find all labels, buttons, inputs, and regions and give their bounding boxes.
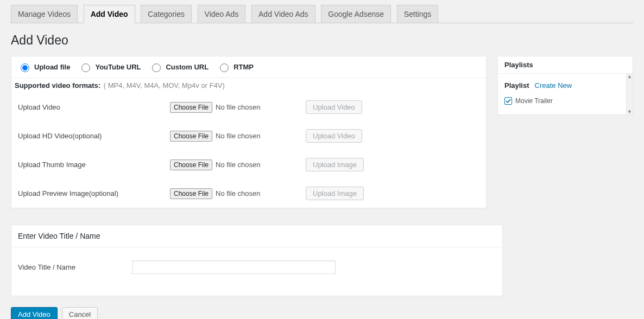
cancel-button[interactable]: Cancel [62, 307, 98, 319]
file-status-thumb: No file chosen [216, 161, 260, 169]
scroll-down-icon[interactable]: ▼ [627, 109, 632, 114]
upload-hd-video-label: Upload HD Video(optional) [18, 132, 170, 140]
page-title: Add Video [11, 33, 633, 48]
upload-thumb-button[interactable]: Upload Image [306, 158, 364, 171]
playlist-create-line: Playlist Create New [504, 81, 626, 90]
radio-rtmp-label: RTMP [233, 63, 254, 71]
playlist-item[interactable]: Movie Trailer [504, 97, 626, 105]
title-panel: Enter Video Title / Name Video Title / N… [11, 225, 503, 296]
title-panel-header: Enter Video Title / Name [11, 225, 502, 247]
choose-file-preview[interactable]: Choose File [170, 188, 212, 199]
radio-upload-file-input[interactable] [21, 63, 29, 72]
playlists-scrollbar[interactable]: ▲ ▼ [626, 74, 633, 114]
tab-add-video[interactable]: Add Video [84, 5, 135, 23]
upload-preview-button[interactable]: Upload Image [306, 187, 364, 200]
choose-file-video[interactable]: Choose File [170, 102, 212, 113]
playlist-item-label: Movie Trailer [515, 97, 553, 105]
radio-youtube-url[interactable]: YouTube URL [79, 62, 141, 72]
radio-custom-url-label: Custom URL [166, 63, 209, 71]
video-title-input[interactable] [132, 260, 336, 274]
supported-formats-lead: Supported video formats: [15, 81, 100, 90]
tab-video-ads[interactable]: Video Ads [198, 5, 246, 23]
radio-upload-file[interactable]: Upload file [18, 62, 70, 72]
add-video-button[interactable]: Add Video [11, 307, 58, 319]
tab-categories[interactable]: Categories [141, 5, 192, 23]
choose-file-hd-video[interactable]: Choose File [170, 131, 212, 142]
playlists-panel: Playlists Playlist Create New Movie Trai… [497, 56, 633, 115]
tab-google-adsense[interactable]: Google Adsense [321, 5, 391, 23]
radio-youtube-url-input[interactable] [81, 63, 90, 72]
upload-hd-video-button[interactable]: Upload Video [306, 129, 362, 143]
upload-preview-label: Upload Preview Image(optional) [18, 189, 170, 197]
upload-row-thumb: Upload Thumb Image Choose File No file c… [11, 150, 486, 179]
nav-tabs: Manage Videos Add Video Categories Video… [11, 0, 633, 23]
tab-settings[interactable]: Settings [397, 5, 439, 23]
upload-row-video: Upload Video Choose File No file chosen … [11, 93, 486, 122]
upload-panel: Upload file YouTube URL Custom URL RTMP [11, 56, 487, 208]
upload-video-label: Upload Video [18, 103, 170, 111]
radio-custom-url-input[interactable] [152, 63, 161, 72]
create-new-link[interactable]: Create New [535, 81, 572, 90]
radio-custom-url[interactable]: Custom URL [149, 62, 209, 72]
tab-add-video-ads[interactable]: Add Video Ads [251, 5, 315, 23]
video-title-label: Video Title / Name [18, 263, 132, 271]
supported-formats: Supported video formats: ( MP4, M4V, M4A… [11, 78, 486, 93]
radio-rtmp-input[interactable] [220, 63, 229, 72]
radio-youtube-url-label: YouTube URL [95, 63, 141, 71]
supported-formats-list: ( MP4, M4V, M4A, MOV, Mp4v or F4V) [104, 81, 225, 90]
file-status-preview: No file chosen [216, 189, 260, 197]
upload-row-preview: Upload Preview Image(optional) Choose Fi… [11, 179, 486, 208]
scroll-up-icon[interactable]: ▲ [627, 74, 632, 79]
upload-video-button[interactable]: Upload Video [306, 100, 362, 114]
choose-file-thumb[interactable]: Choose File [170, 160, 212, 170]
checkmark-icon [506, 98, 511, 104]
upload-row-hd-video: Upload HD Video(optional) Choose File No… [11, 122, 486, 150]
upload-thumb-label: Upload Thumb Image [18, 161, 170, 169]
playlists-header: Playlists [498, 56, 633, 74]
radio-rtmp[interactable]: RTMP [217, 62, 254, 72]
source-type-row: Upload file YouTube URL Custom URL RTMP [11, 56, 486, 78]
playlist-label: Playlist [504, 81, 529, 90]
radio-upload-file-label: Upload file [34, 63, 70, 71]
tab-manage-videos[interactable]: Manage Videos [11, 5, 78, 23]
file-status-hd-video: No file chosen [216, 132, 260, 140]
playlist-item-checkbox[interactable] [504, 97, 512, 105]
bottom-actions: Add Video Cancel [11, 307, 487, 319]
file-status-video: No file chosen [216, 103, 260, 111]
